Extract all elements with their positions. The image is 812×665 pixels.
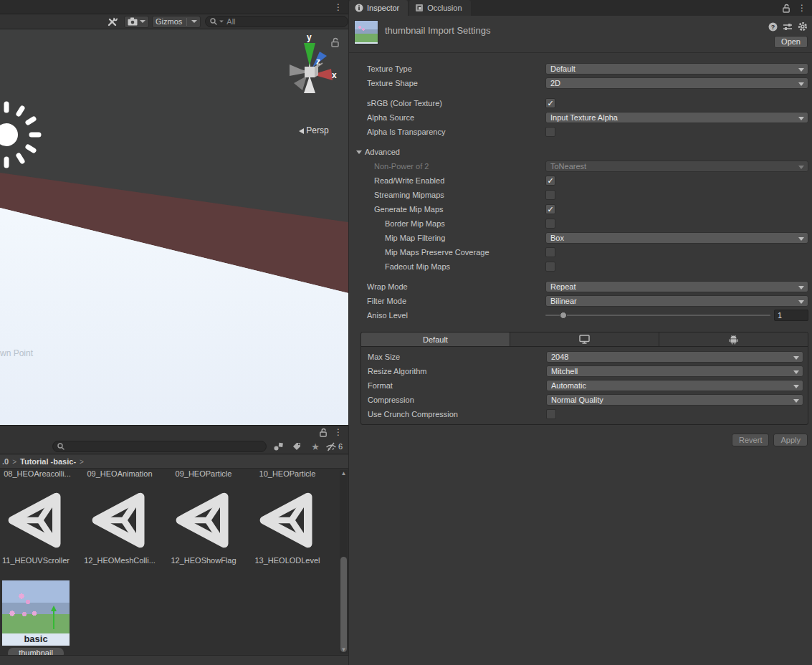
project-lock-icon[interactable]: [319, 428, 328, 437]
compression-dropdown[interactable]: Normal Quality: [546, 394, 803, 406]
scene-panel-menu-icon[interactable]: [334, 3, 343, 11]
asset-label[interactable]: 08_HEOAreacolli...: [0, 469, 77, 478]
inspector-menu-icon[interactable]: [798, 4, 806, 12]
field-label: Use Crunch Compression: [361, 410, 546, 418]
chevron-down-icon: [793, 399, 799, 403]
resize-algorithm-dropdown[interactable]: Mitchell: [546, 365, 803, 377]
field-label: Generate Mip Maps: [349, 205, 545, 214]
platform-tab-standalone[interactable]: [510, 332, 659, 346]
filter-mode-dropdown[interactable]: Bilinear: [545, 295, 808, 307]
asset-label[interactable]: 10_HEOParticle: [248, 469, 327, 478]
hidden-count: 6: [338, 442, 343, 451]
setting-row-aniso-level: Aniso Level: [349, 308, 812, 322]
asset-label[interactable]: 09_HEOAnimation: [80, 469, 159, 478]
project-titlebar: [0, 426, 348, 439]
tab-occlusion-label: Occlusion: [427, 4, 462, 12]
asset-item[interactable]: 11_HEOUVScroller: [0, 487, 72, 565]
border-mip-maps-checkbox[interactable]: [545, 219, 555, 229]
aniso-level-slider[interactable]: [545, 310, 770, 320]
setting-row-mip-map-filtering: Mip Map Filtering Box: [349, 231, 812, 245]
scene-search-input[interactable]: [226, 17, 344, 26]
search-filter-caret[interactable]: [220, 21, 224, 23]
left-column: Gizmos: [0, 0, 348, 665]
read-write-checkbox[interactable]: ✓: [545, 176, 555, 186]
scroll-down-icon[interactable]: ▼: [340, 646, 348, 654]
gear-icon[interactable]: [798, 21, 808, 32]
asset-item[interactable]: 12_HEOShowFlag: [168, 487, 239, 565]
setting-row-max-size: Max Size 2048: [361, 350, 808, 364]
gizmo-axis-back-cone[interactable]: [294, 76, 307, 90]
slider-knob[interactable]: [560, 312, 567, 319]
inspector-lock-icon[interactable]: [782, 4, 790, 13]
perspective-toggle[interactable]: Persp: [285, 125, 343, 135]
spawn-point-label: wn Point: [0, 348, 33, 358]
field-label: Mip Maps Preserve Coverage: [349, 248, 545, 257]
chevron-down-icon: [798, 237, 804, 241]
chevron-down-icon: [798, 117, 804, 120]
selected-asset-thumbnail[interactable]: basic thumbnail: [2, 580, 70, 655]
platform-tab-android[interactable]: [659, 332, 808, 346]
asset-item[interactable]: 12_HEOMeshColli...: [84, 487, 156, 565]
apply-button[interactable]: Apply: [773, 434, 808, 446]
texture-shape-dropdown[interactable]: 2D: [545, 77, 808, 89]
aniso-level-input[interactable]: [774, 310, 808, 321]
scene-tools-button[interactable]: [103, 16, 121, 28]
scene-search-field[interactable]: [205, 16, 348, 27]
srgb-checkbox[interactable]: ✓: [545, 98, 555, 108]
unity-logo-icon: [87, 487, 153, 553]
field-label: Streaming Mipmaps: [349, 191, 545, 199]
selected-asset-label[interactable]: thumbnail: [8, 648, 64, 655]
dropdown-value: ToNearest: [550, 162, 586, 171]
hidden-count-toggle[interactable]: 6: [323, 440, 345, 453]
fadeout-mip-maps-checkbox[interactable]: [545, 262, 555, 272]
scene-camera-button[interactable]: [124, 16, 149, 28]
revert-button[interactable]: Revert: [732, 434, 769, 446]
help-icon[interactable]: ?: [768, 22, 778, 32]
scene-view[interactable]: y z x Persp wn Point: [0, 29, 348, 425]
gizmo-center-cube[interactable]: [305, 67, 315, 77]
search-by-type-button[interactable]: [269, 440, 287, 453]
presets-icon[interactable]: [783, 22, 793, 32]
max-size-dropdown[interactable]: 2048: [546, 351, 803, 363]
platform-tab-default[interactable]: Default: [361, 332, 510, 346]
project-scrollbar[interactable]: ▲ ▼: [340, 470, 348, 654]
dropdown-value: Box: [550, 234, 564, 242]
gizmo-axis-y-cone[interactable]: [304, 43, 315, 66]
gizmos-dropdown[interactable]: Gizmos: [152, 16, 201, 28]
asset-label[interactable]: 09_HEOParticle: [164, 469, 243, 478]
generate-mip-maps-checkbox[interactable]: ✓: [545, 204, 555, 214]
mip-map-filtering-dropdown[interactable]: Box: [545, 232, 808, 244]
search-by-label-button[interactable]: [288, 440, 305, 453]
project-search-input[interactable]: [65, 442, 262, 451]
alpha-source-dropdown[interactable]: Input Texture Alpha: [545, 112, 808, 123]
advanced-foldout[interactable]: Advanced: [349, 145, 812, 159]
open-button[interactable]: Open: [774, 36, 808, 48]
unity-logo-icon: [171, 487, 237, 553]
favorites-button[interactable]: ★: [307, 440, 324, 453]
wrap-mode-dropdown[interactable]: Repeat: [545, 281, 808, 292]
texture-type-dropdown[interactable]: Default: [545, 63, 808, 75]
format-dropdown[interactable]: Automatic: [546, 380, 803, 391]
streaming-mipmaps-checkbox[interactable]: [545, 190, 555, 200]
asset-item[interactable]: 13_HEOLODLevel: [252, 487, 323, 565]
breadcrumb-current-folder[interactable]: Tutorial -basic-: [20, 457, 76, 466]
tab-occlusion[interactable]: Occlusion: [409, 0, 470, 16]
tab-inspector[interactable]: Inspector: [349, 0, 408, 16]
scroll-up-icon[interactable]: ▲: [340, 470, 348, 477]
scene-lock-icon[interactable]: [330, 37, 340, 47]
alpha-is-transparency-checkbox[interactable]: [545, 127, 555, 137]
chevron-down-icon: [798, 82, 804, 86]
slider-track: [545, 315, 770, 316]
non-power-of-2-dropdown: ToNearest: [545, 161, 808, 172]
setting-row-alpha-is-transparency: Alpha Is Transparency: [349, 125, 812, 139]
use-crunch-compression-checkbox[interactable]: [546, 409, 556, 419]
gizmos-separator: [186, 18, 187, 26]
field-label: Compression: [361, 396, 546, 404]
search-by-type-icon: [273, 441, 284, 451]
project-asset-grid[interactable]: 08_HEOAreacolli... 09_HEOAnimation 09_HE…: [0, 469, 348, 655]
project-search-field[interactable]: [52, 441, 267, 452]
breadcrumb-prefix[interactable]: .0: [2, 457, 9, 466]
scrollbar-thumb[interactable]: [340, 557, 347, 652]
mip-maps-preserve-coverage-checkbox[interactable]: [545, 247, 555, 257]
project-menu-icon[interactable]: [334, 428, 343, 436]
